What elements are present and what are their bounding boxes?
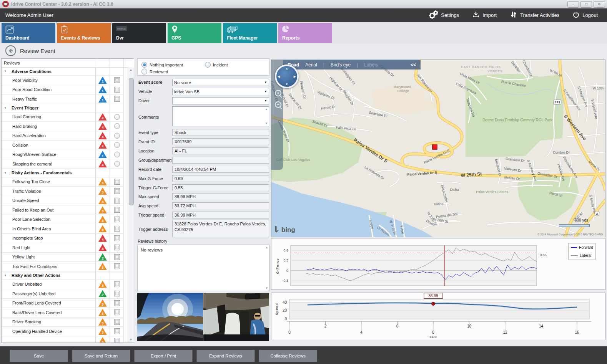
- map-pan-control[interactable]: ▲ ▼ ◀ ▶: [275, 65, 299, 88]
- trigger-g-force-field: 0.55: [172, 184, 269, 191]
- tree-item-checkbox[interactable]: [114, 309, 120, 315]
- tree-item-checkbox[interactable]: [114, 207, 120, 213]
- svg-text:20: 20: [283, 308, 287, 313]
- tab-reports[interactable]: Reports: [278, 23, 332, 43]
- tree-item-radio[interactable]: [114, 114, 120, 120]
- tree-group-row: ▼Risky Actions - Fundamentals: [2, 169, 124, 177]
- field-label: Trigger G-Force: [138, 184, 171, 191]
- tree-item-checkbox[interactable]: [114, 300, 120, 306]
- map-copyright: © 2014 Microsoft Corporation © 2010 NAVT…: [537, 233, 603, 236]
- tree-item-row: Operating Handled Device3: [2, 327, 124, 336]
- topbar: Welcome Admin User SettingsImportTransfe…: [0, 8, 607, 22]
- map-street-label: Deane Dana Frndshp Cmmnty RGL Park: [482, 118, 552, 122]
- radio-icon[interactable]: [141, 69, 147, 74]
- tree-item-checkbox[interactable]: [114, 87, 120, 93]
- action-label: Settings: [441, 12, 459, 18]
- tree-item-checkbox[interactable]: [114, 281, 120, 287]
- tab-dvr[interactable]: MERGEDvr: [112, 23, 166, 43]
- field-label: Vehicle: [138, 88, 171, 95]
- map-street-label: Marymount: [393, 85, 411, 89]
- tree-item-radio[interactable]: [114, 142, 120, 148]
- radio-icon[interactable]: [205, 62, 211, 68]
- tree-item-checkbox[interactable]: [114, 179, 120, 185]
- map-zoom-out-button[interactable]: −: [275, 101, 281, 108]
- minimize-button[interactable]: –: [567, 1, 579, 8]
- tree-item-row: Heavy Traffic1: [2, 94, 124, 104]
- comments-textarea[interactable]: ▲▼: [172, 106, 269, 126]
- tree-item-checkbox[interactable]: [114, 338, 120, 342]
- radio-icon[interactable]: [141, 62, 147, 68]
- import-button[interactable]: Import: [472, 11, 497, 20]
- status-radio-reviewed[interactable]: Reviewed: [141, 69, 168, 74]
- collapse-arrow-icon[interactable]: ▼: [2, 171, 9, 175]
- tree-item-checkbox[interactable]: [114, 319, 120, 325]
- event-type-field: Shock: [172, 129, 269, 136]
- vehicle-dropdown[interactable]: idrive Van SB▼: [172, 88, 269, 95]
- tree-item-checkbox[interactable]: [114, 328, 120, 334]
- tab-events-reviews[interactable]: Events & Reviews: [57, 23, 111, 43]
- save-button[interactable]: Save: [10, 350, 68, 362]
- tree-item-checkbox[interactable]: [114, 263, 120, 269]
- expand-reviews-button[interactable]: Expand Reviews: [196, 350, 255, 362]
- map-collapse-button[interactable]: <<: [411, 62, 416, 68]
- driver-dropdown[interactable]: ▼: [172, 97, 269, 104]
- status-radio-incident[interactable]: Incident: [205, 62, 228, 68]
- trigger-speed-field: 36.99 MPH: [172, 212, 269, 218]
- settings-button[interactable]: Settings: [428, 10, 459, 20]
- tree-item-checkbox[interactable]: [114, 245, 120, 250]
- route-shield: 2: [595, 211, 599, 216]
- tree-item-checkbox[interactable]: [114, 226, 120, 232]
- tree-group-row: ▼Adverse Conditions: [2, 67, 124, 76]
- map-mode-aerial[interactable]: Aerial: [305, 62, 317, 68]
- tree-item-radio[interactable]: [114, 123, 120, 129]
- map-mode-bird-s-eye[interactable]: Bird's eye: [331, 62, 351, 68]
- trigger-address-field: 31828 Palos Verdes Dr E, Rancho Palos Ve…: [172, 220, 269, 237]
- tree-item-checkbox[interactable]: [114, 235, 120, 241]
- collapse-reviews-button[interactable]: Collapse Reviews: [259, 350, 317, 362]
- tab-fleet-manager[interactable]: Fleet Manager: [223, 23, 277, 43]
- window-controls: –□✕: [567, 1, 605, 8]
- tree-item-checkbox[interactable]: [114, 77, 120, 83]
- tree-item-label: Too Fast For Conditions: [2, 264, 95, 269]
- svg-text:10: 10: [467, 324, 472, 328]
- tab-dashboard[interactable]: Dashboard: [2, 23, 55, 43]
- close-button[interactable]: ✕: [594, 1, 605, 8]
- map-zoom-in-button[interactable]: +: [275, 90, 281, 96]
- gforce-chart: -0.300.30.60.55: [271, 238, 564, 290]
- logout-button[interactable]: Logout: [572, 11, 598, 20]
- maximize-button[interactable]: □: [580, 1, 592, 8]
- tree-item-radio[interactable]: [114, 133, 120, 139]
- tree-item-checkbox[interactable]: [114, 198, 120, 204]
- tree-item-row: Driver Smoking3: [2, 318, 124, 327]
- collapse-arrow-icon[interactable]: ▼: [2, 106, 9, 110]
- window-title: Idrive Control Center - 3.0.2 version - …: [11, 2, 113, 7]
- tree-item-radio[interactable]: [114, 152, 120, 157]
- tree-item-label: Back/Driver Lens Covered: [2, 310, 95, 315]
- event-score-dropdown[interactable]: No score▼: [172, 79, 269, 86]
- cabin-camera-frame[interactable]: [203, 293, 269, 341]
- transfer-activities-button[interactable]: Transfer Activities: [510, 11, 559, 20]
- map-street-label: Cumbre Dr: [553, 151, 570, 154]
- save-and-return-button[interactable]: Save and Return: [72, 350, 130, 362]
- svg-text:8: 8: [432, 330, 434, 334]
- collapse-arrow-icon[interactable]: ▼: [2, 274, 9, 277]
- tree-item-checkbox[interactable]: [114, 291, 120, 296]
- export-print-button[interactable]: Export / Print: [134, 350, 193, 362]
- severity-triangle-icon: 4: [98, 160, 107, 167]
- road-camera-frame[interactable]: [137, 293, 203, 341]
- back-button[interactable]: [5, 45, 16, 56]
- status-radio-nothing-important[interactable]: Nothing important: [141, 62, 183, 68]
- bing-map[interactable]: ate DrPhantom DrCoolheights DrHightide D…: [271, 60, 605, 237]
- gforce-axis-label: G-Force: [276, 258, 279, 274]
- tree-item-checkbox[interactable]: [114, 96, 120, 102]
- tree-item-checkbox[interactable]: [114, 254, 120, 260]
- map-street-label: Dicha: [450, 188, 459, 192]
- map-mode-bar: RoadAerial|Bird's eye|Labels<<: [283, 60, 421, 69]
- reviews-tree-scrollbar[interactable]: ▲ ▼: [128, 67, 134, 342]
- tree-item-checkbox[interactable]: [114, 217, 120, 222]
- tab-gps[interactable]: GPS: [168, 23, 221, 43]
- tree-item-radio[interactable]: [114, 161, 120, 167]
- tree-item-checkbox[interactable]: [114, 188, 120, 194]
- tab-label: Reports: [282, 35, 299, 41]
- collapse-arrow-icon[interactable]: ▼: [2, 69, 9, 73]
